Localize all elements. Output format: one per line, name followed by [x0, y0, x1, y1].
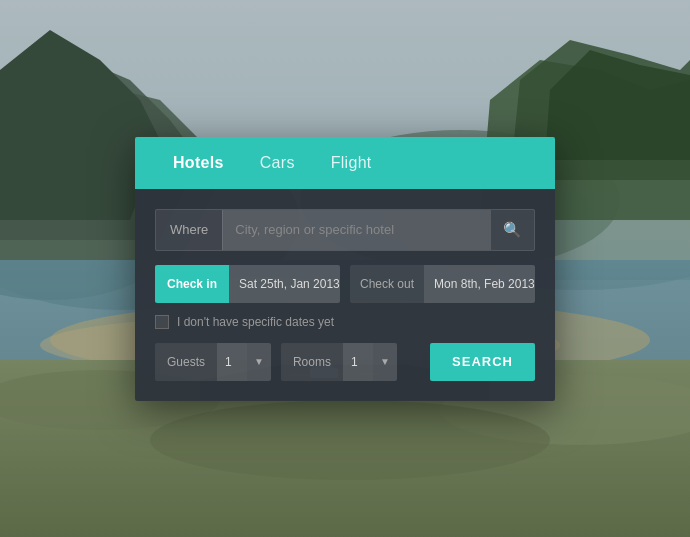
guests-value: 1 — [217, 343, 247, 381]
form-area: Where 🔍 Check in Sat 25th, Jan 2013 ▼ Ch… — [135, 189, 555, 401]
booking-widget: Hotels Cars Flight Where 🔍 Check in Sat … — [135, 137, 555, 401]
guests-dropdown[interactable]: ▼ — [247, 343, 271, 381]
search-button[interactable]: SEARCH — [430, 343, 535, 381]
search-icon: 🔍 — [491, 221, 534, 239]
rooms-dropdown[interactable]: ▼ — [373, 343, 397, 381]
where-input[interactable] — [222, 210, 491, 250]
tab-cars[interactable]: Cars — [242, 140, 313, 186]
checkout-group: Check out Mon 8th, Feb 2013 ▼ — [350, 265, 535, 303]
tab-hotels[interactable]: Hotels — [155, 140, 242, 186]
checkin-group: Check in Sat 25th, Jan 2013 ▼ — [155, 265, 340, 303]
rooms-value: 1 — [343, 343, 373, 381]
checkout-label: Check out — [350, 277, 424, 291]
guests-label: Guests — [155, 355, 217, 369]
guests-group: Guests 1 ▼ — [155, 343, 271, 381]
no-dates-label: I don't have specific dates yet — [177, 315, 334, 329]
where-row: Where 🔍 — [155, 209, 535, 251]
dates-row: Check in Sat 25th, Jan 2013 ▼ Check out … — [155, 265, 535, 303]
rooms-label: Rooms — [281, 355, 343, 369]
bottom-row: Guests 1 ▼ Rooms 1 ▼ SEARCH — [155, 343, 535, 381]
checkout-value: Mon 8th, Feb 2013 — [424, 265, 535, 303]
checkin-value: Sat 25th, Jan 2013 — [229, 265, 340, 303]
rooms-group: Rooms 1 ▼ — [281, 343, 397, 381]
tab-flight[interactable]: Flight — [313, 140, 390, 186]
checkin-label[interactable]: Check in — [155, 265, 229, 303]
no-dates-row: I don't have specific dates yet — [155, 315, 535, 329]
no-dates-checkbox[interactable] — [155, 315, 169, 329]
where-label: Where — [156, 222, 222, 237]
tab-bar: Hotels Cars Flight — [135, 137, 555, 189]
